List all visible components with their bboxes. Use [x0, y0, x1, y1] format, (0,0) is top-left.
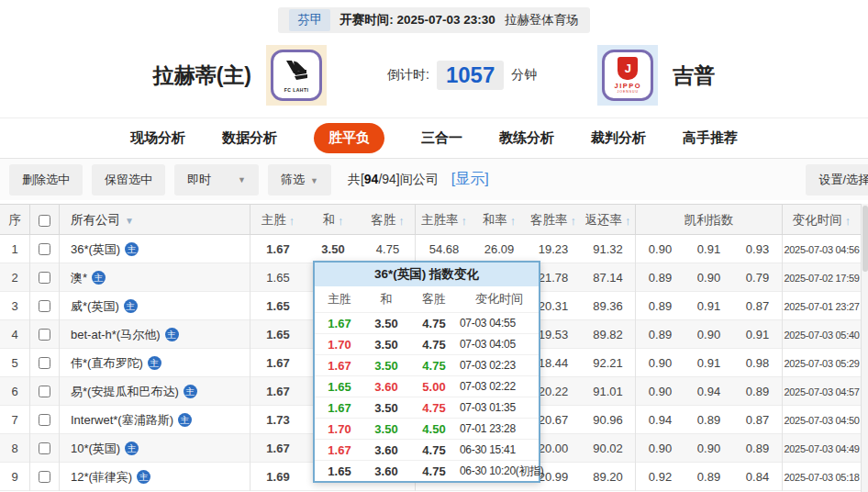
company-name[interactable]: 澳* [71, 270, 87, 286]
company-name[interactable]: 易*(安提瓜和巴布达) [71, 384, 179, 400]
company-name[interactable]: Interwet*(塞浦路斯) [71, 412, 173, 429]
time-filter-dropdown[interactable]: 即时▼ [174, 164, 259, 196]
tab-1[interactable]: 数据分析 [222, 129, 277, 147]
chevron-down-icon: ▼ [125, 216, 134, 226]
kickoff-time: 开赛时间: 2025-07-03 23:30 [339, 12, 495, 28]
chevron-down-icon: ▼ [310, 176, 318, 185]
sort-asc-icon: ↑ [289, 214, 295, 228]
header-away-rate[interactable]: 客胜率↑ [526, 205, 581, 236]
company-name[interactable]: 威*(英国) [71, 298, 119, 315]
popup-row: 1.67 3.60 4.75 06-30 15:41 [315, 439, 539, 460]
header-away-odds[interactable]: 客胜↑ [361, 205, 416, 236]
row-checkbox-cell [30, 406, 60, 434]
home-odds-value[interactable]: 1.65 [250, 292, 306, 320]
change-time-value: 2025-07-03 05:18 [783, 463, 861, 491]
header-home-odds[interactable]: 主胜↑ [250, 205, 306, 236]
company-cell[interactable]: 10*(英国)主 [60, 434, 250, 463]
company-cell[interactable]: 澳*主 [60, 263, 250, 292]
row-seq: 7 [0, 406, 30, 434]
row-checkbox[interactable] [39, 442, 50, 454]
popup-change-time: 07-03 01:35 [460, 401, 539, 414]
show-link[interactable]: [显示] [451, 170, 489, 189]
scrollbar-thumb[interactable] [862, 206, 868, 272]
company-cell[interactable]: 易*(安提瓜和巴布达)主 [60, 377, 250, 406]
settings-button[interactable]: 设置/选择 [806, 164, 868, 196]
jippo-shield-icon: J [618, 57, 638, 80]
home-rate-value: 54.68 [416, 235, 473, 263]
kelly-home-value: 0.90 [636, 349, 684, 377]
row-seq: 6 [0, 377, 30, 406]
tab-0[interactable]: 现场分析 [130, 129, 185, 147]
company-cell[interactable]: 12*(菲律宾)主 [60, 463, 250, 491]
popup-draw-odds: 3.50 [364, 317, 408, 330]
popup-row: 1.70 3.50 4.75 07-03 04:05 [315, 333, 539, 354]
keep-selected-button[interactable]: 保留选中 [92, 164, 165, 196]
header-draw-odds[interactable]: 和↑ [306, 205, 361, 236]
home-odds-value[interactable]: 1.73 [250, 406, 306, 434]
company-cell[interactable]: 威*(英国)主 [60, 292, 250, 320]
tab-5[interactable]: 裁判分析 [591, 129, 646, 147]
header-company[interactable]: 所有公司▼ [60, 205, 250, 236]
company-name[interactable]: 36*(英国) [71, 241, 120, 258]
home-odds-value[interactable]: 1.67 [250, 377, 306, 406]
company-name[interactable]: 伟*(直布罗陀) [71, 355, 143, 372]
home-odds-value[interactable]: 1.67 [250, 349, 306, 377]
kelly-home-value: 0.94 [636, 406, 684, 434]
home-odds-value[interactable]: 1.67 [250, 434, 306, 463]
popup-draw-odds: 3.60 [364, 464, 408, 478]
row-checkbox-cell [30, 292, 60, 320]
company-name[interactable]: 10*(英国) [71, 441, 120, 457]
row-seq: 3 [0, 292, 30, 320]
company-cell[interactable]: Interwet*(塞浦路斯)主 [60, 406, 250, 434]
row-checkbox[interactable] [39, 243, 50, 255]
header-return-rate[interactable]: 返还率↑ [581, 205, 636, 236]
company-name[interactable]: bet-at-h*(马尔他) [71, 327, 161, 343]
home-odds-value[interactable]: 1.65 [250, 320, 306, 349]
top-bar: 芬甲 开赛时间: 2025-07-03 23:30 拉赫登体育场 [0, 0, 868, 33]
change-time-value: 2025-07-03 04:49 [783, 434, 861, 463]
delete-selected-button[interactable]: 删除选中 [9, 164, 83, 196]
tab-6[interactable]: 高手推荐 [683, 129, 738, 147]
header-home-rate[interactable]: 主胜率↑ [416, 205, 473, 236]
row-seq: 8 [0, 434, 30, 463]
table-header: 序 所有公司▼ 主胜↑ 和↑ 客胜↑ 主胜率↑ 和率↑ 客胜率↑ 返还率↑ 凯利… [0, 204, 861, 235]
home-odds-value[interactable]: 1.67 [250, 235, 306, 263]
header-draw-rate[interactable]: 和率↑ [473, 205, 526, 236]
company-cell[interactable]: bet-at-h*(马尔他)主 [60, 320, 250, 349]
return-rate-value: 89.82 [581, 320, 636, 349]
company-cell[interactable]: 36*(英国)主 [60, 235, 250, 263]
row-checkbox[interactable] [39, 300, 50, 312]
return-rate-value: 87.14 [581, 263, 636, 292]
league-badge[interactable]: 芬甲 [289, 9, 330, 31]
company-cell[interactable]: 伟*(直布罗陀)主 [60, 349, 250, 377]
row-checkbox[interactable] [39, 357, 50, 369]
away-odds-value[interactable]: 4.75 [361, 235, 416, 263]
tab-4[interactable]: 教练分析 [499, 129, 554, 147]
away-logo-text: JIPPO [615, 82, 642, 90]
select-all-checkbox[interactable] [39, 215, 50, 227]
row-checkbox[interactable] [39, 471, 50, 483]
company-name[interactable]: 12*(菲律宾) [71, 469, 132, 486]
tab-2[interactable]: 胜平负 [314, 123, 384, 153]
home-badge-icon: 主 [137, 470, 150, 484]
home-odds-value[interactable]: 1.65 [250, 263, 306, 292]
draw-odds-value[interactable]: 3.50 [306, 235, 361, 263]
return-rate-value: 91.32 [581, 235, 636, 263]
return-rate-value: 90.02 [581, 434, 636, 463]
row-checkbox[interactable] [39, 414, 50, 426]
filter-dropdown[interactable]: 筛选▼ [268, 164, 331, 196]
table-scrollbar[interactable] [861, 204, 868, 492]
kelly-away-value: 0.79 [733, 263, 783, 292]
row-checkbox[interactable] [39, 386, 50, 397]
home-odds-value[interactable]: 1.69 [250, 463, 306, 491]
popup-body: 1.67 3.50 4.75 07-03 04:55 1.70 3.50 4.7… [315, 312, 539, 481]
row-checkbox[interactable] [39, 329, 50, 341]
header-change-time[interactable]: 变化时间↑ [783, 205, 861, 236]
row-checkbox[interactable] [39, 272, 50, 284]
countdown-unit: 分钟 [511, 67, 537, 84]
return-rate-value: 92.21 [581, 349, 636, 377]
row-checkbox-cell [30, 263, 60, 292]
popup-change-time: 07-03 02:23 [460, 359, 539, 372]
popup-header-draw: 和 [364, 291, 408, 308]
tab-3[interactable]: 三合一 [421, 129, 462, 147]
